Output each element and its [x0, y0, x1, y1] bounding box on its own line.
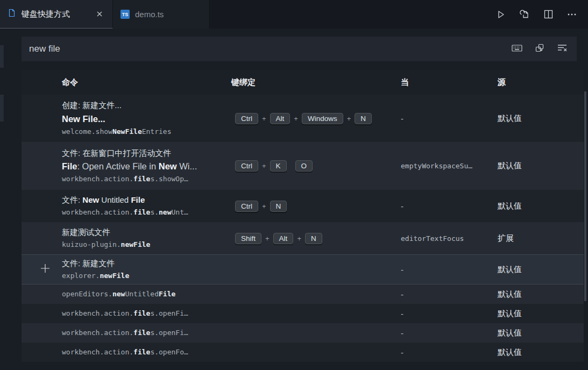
keybinding-chip[interactable]: N [355, 113, 372, 124]
open-changes-icon[interactable] [519, 9, 530, 20]
more-actions-icon[interactable] [566, 9, 577, 20]
search-input[interactable] [22, 44, 511, 54]
command-id: workbench.action.files.openFo… [62, 348, 230, 357]
source-value: 默认值 [498, 161, 584, 171]
file-icon [8, 9, 16, 19]
keybinding-chip[interactable]: Ctrl [235, 201, 258, 212]
keybinding-chip[interactable]: Shift [235, 233, 261, 244]
when-value: - [401, 309, 498, 318]
table-header: 命令 键绑定 当 源 [22, 70, 584, 95]
source-value: 默认值 [498, 201, 584, 211]
row-gutter [22, 262, 62, 276]
editor-actions [495, 0, 588, 29]
tab-label: 键盘快捷方式 [22, 9, 70, 19]
column-header-keybinding: 键绑定 [230, 77, 401, 88]
keybinding-row[interactable]: 创建: 新建文件...New File...welcome.showNewFil… [22, 95, 584, 142]
tab-demo-ts[interactable]: TS demo.ts [113, 0, 210, 29]
keybinding-row[interactable]: 新建测试文件kuizuo-plugin.newFileShift+Alt+Ned… [22, 222, 584, 254]
command-id: kuizuo-plugin.newFile [62, 240, 230, 250]
keybinding-row[interactable]: workbench.action.files.openFi…-默认值 [22, 323, 584, 343]
keybinding-cell: Ctrl+N [230, 201, 401, 212]
keybindings-search-bar [22, 37, 577, 61]
command-cell: 创建: 新建文件...New File...welcome.showNewFil… [62, 100, 230, 136]
command-id: workbench.action.files.showOp… [62, 175, 230, 184]
tab-keyboard-shortcuts[interactable]: 键盘快捷方式 [0, 0, 113, 29]
when-value: - [401, 202, 498, 211]
command-id: welcome.showNewFileEntries [62, 127, 230, 137]
keybinding-row[interactable]: 文件: New Untitled Fileworkbench.action.fi… [22, 190, 584, 222]
keybinding-chip[interactable]: Ctrl [235, 113, 258, 124]
key-plus-separator: + [262, 115, 266, 123]
key-plus-separator: + [294, 115, 298, 123]
key-plus-separator: + [297, 234, 301, 243]
keybinding-chip[interactable]: K [270, 160, 287, 172]
key-plus-separator: + [262, 202, 266, 210]
when-value: editorTextFocus [401, 234, 498, 243]
command-label: File: Open Active File in New Wi... [62, 161, 230, 172]
left-edge-decoration [0, 95, 4, 122]
tab-label: demo.ts [135, 10, 164, 19]
record-keys-icon[interactable] [511, 42, 523, 56]
command-title: 文件: 新建文件 [62, 258, 230, 269]
command-cell: 新建测试文件kuizuo-plugin.newFile [62, 227, 230, 249]
sort-precedence-icon[interactable] [534, 42, 546, 56]
close-icon[interactable] [94, 8, 105, 20]
key-plus-separator: + [262, 162, 266, 170]
search-actions [511, 42, 577, 56]
source-value: 默认值 [498, 309, 584, 319]
column-header-command: 命令 [62, 77, 230, 88]
command-cell: openEditors.newUntitledFile [62, 290, 230, 299]
source-value: 默认值 [498, 289, 584, 300]
command-id: workbench.action.files.openFi… [62, 329, 230, 338]
add-keybinding-button[interactable] [39, 262, 51, 276]
command-cell: 文件: 新建文件explorer.newFile [62, 258, 230, 280]
keybinding-chip[interactable]: N [270, 201, 287, 212]
keybinding-chip[interactable]: Windows [302, 113, 343, 124]
keybinding-row[interactable]: workbench.action.files.openFo…-默认值 [22, 343, 584, 362]
keybinding-row[interactable]: workbench.action.files.openFi…-默认值 [22, 304, 584, 323]
left-edge-decoration [0, 45, 4, 68]
source-value: 扩展 [498, 233, 584, 244]
column-header-when: 当 [401, 77, 498, 88]
source-value: 默认值 [498, 265, 584, 275]
keybinding-row[interactable]: 文件: 新建文件explorer.newFile-默认值 [22, 254, 584, 284]
split-editor-icon[interactable] [543, 9, 554, 19]
when-value: - [401, 114, 498, 123]
command-title: 文件: 在新窗口中打开活动文件 [62, 148, 230, 159]
scrollbar-thumb[interactable] [584, 91, 586, 301]
command-cell: workbench.action.files.openFo… [62, 348, 230, 357]
command-id: workbench.action.files.newUnt… [62, 208, 230, 217]
source-value: 默认值 [498, 347, 584, 358]
column-header-source: 源 [498, 77, 584, 88]
command-title: 新建测试文件 [62, 227, 230, 238]
keybinding-row[interactable]: openEditors.newUntitledFile-默认值 [22, 284, 584, 304]
key-plus-separator: + [347, 115, 351, 123]
keybinding-chip[interactable]: N [305, 233, 322, 244]
clear-filters-icon[interactable] [556, 42, 568, 56]
keybinding-chip[interactable]: Alt [270, 113, 291, 124]
command-id: openEditors.newUntitledFile [62, 290, 230, 299]
keybinding-row[interactable]: 文件: 在新窗口中打开活动文件File: Open Active File in… [22, 142, 584, 190]
command-id: workbench.action.files.openFi… [62, 309, 230, 318]
run-icon[interactable] [495, 9, 506, 20]
command-label: New File... [62, 113, 230, 125]
when-value: - [401, 265, 498, 274]
when-value: - [401, 329, 498, 338]
source-value: 默认值 [498, 328, 584, 338]
keybinding-cell: Ctrl+KO [230, 160, 401, 172]
command-id: explorer.newFile [62, 272, 230, 281]
keybindings-table: 命令 键绑定 当 源 创建: 新建文件...New File...welcome… [22, 70, 584, 362]
when-value: - [401, 290, 498, 299]
keybinding-chip[interactable]: Ctrl [235, 160, 258, 172]
keybinding-chip[interactable]: Alt [273, 233, 294, 244]
editor-tab-bar: 键盘快捷方式 TS demo.ts [0, 0, 588, 29]
command-title: 创建: 新建文件... [62, 100, 230, 111]
keybinding-cell: Shift+Alt+N [230, 233, 401, 244]
keybinding-cell: Ctrl+Alt+Windows+N [230, 113, 401, 124]
key-plus-separator: + [265, 234, 270, 243]
keybinding-chip[interactable]: O [295, 160, 313, 172]
typescript-icon: TS [121, 10, 130, 19]
command-title: 文件: New Untitled File [62, 195, 230, 205]
command-cell: workbench.action.files.openFi… [62, 309, 230, 318]
command-cell: 文件: 在新窗口中打开活动文件File: Open Active File in… [62, 148, 230, 184]
